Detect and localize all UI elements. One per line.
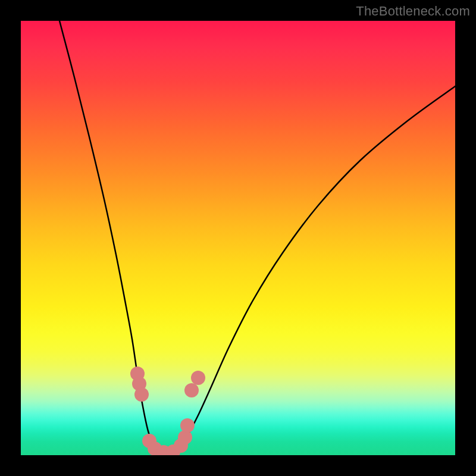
marker-dot <box>178 430 192 444</box>
chart-svg <box>21 21 455 455</box>
marker-dot <box>191 371 205 385</box>
marker-dot <box>180 418 195 433</box>
right-curve <box>167 86 455 455</box>
watermark-text: TheBottleneck.com <box>356 4 470 19</box>
left-curve <box>60 21 167 455</box>
marker-dot <box>184 383 199 397</box>
plot-area <box>21 21 455 455</box>
marker-dots <box>130 367 205 455</box>
marker-dot <box>134 387 149 402</box>
